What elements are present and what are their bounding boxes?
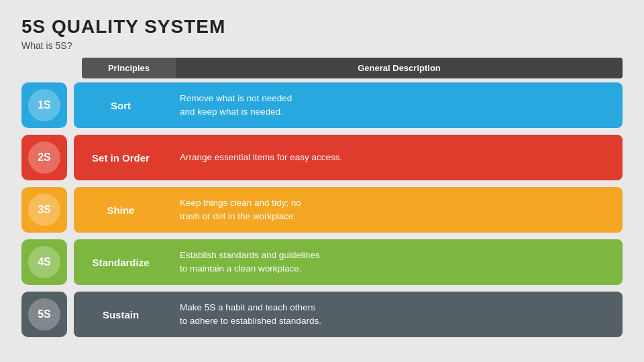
step-label-4: 4S [28, 246, 60, 278]
step-label-5: 5S [28, 298, 60, 330]
step-label-2: 2S [28, 141, 60, 174]
page-title: 5S QUALITY SYSTEM [21, 16, 623, 38]
step-badge-5: 5S [21, 292, 67, 337]
principle-2: Set in Order [74, 135, 168, 180]
table-row: 1SSortRemove what is not neededand keep … [21, 81, 623, 129]
description-3: Keep things clean and tidy; notrash or d… [168, 187, 623, 233]
principle-4: Standardize [74, 239, 168, 285]
table-body: 1SSortRemove what is not neededand keep … [21, 81, 623, 349]
step-badge-1: 1S [21, 82, 67, 128]
principle-1: Sort [74, 82, 168, 128]
table-row: 5SSustainMake 5S a habit and teach other… [21, 290, 623, 339]
step-label-1: 1S [28, 89, 60, 121]
description-header: General Description [176, 58, 623, 78]
table-row: 3SShineKeep things clean and tidy; notra… [21, 186, 623, 234]
table-header: Principles General Description [82, 58, 623, 78]
step-badge-3: 3S [21, 187, 67, 233]
description-4: Establish standards and guidelinesto mai… [168, 239, 623, 285]
step-badge-4: 4S [21, 239, 67, 285]
description-5: Make 5S a habit and teach othersto adher… [168, 292, 623, 337]
table-row: 4SStandardizeEstablish standards and gui… [21, 238, 623, 286]
description-1: Remove what is not neededand keep what i… [168, 82, 623, 128]
step-label-3: 3S [28, 194, 60, 226]
step-badge-2: 2S [21, 135, 67, 180]
principle-3: Shine [74, 187, 168, 233]
subtitle: What is 5S? [21, 40, 623, 51]
table-row: 2SSet in OrderArrange essential items fo… [21, 133, 623, 182]
principles-header: Principles [82, 58, 176, 78]
description-2: Arrange essential items for easy access. [168, 135, 623, 180]
5s-table: Principles General Description 1SSortRem… [21, 58, 623, 349]
principle-5: Sustain [74, 292, 168, 337]
